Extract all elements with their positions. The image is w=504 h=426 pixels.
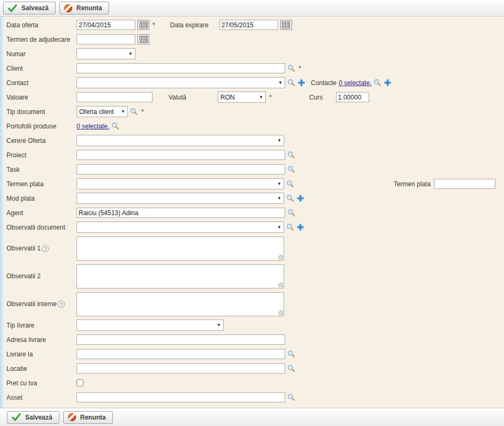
chevron-down-icon: ▼ xyxy=(128,51,133,56)
save-button[interactable]: Salvează xyxy=(3,2,56,14)
offer-form: Data oferta * Data expirare Termen de ad… xyxy=(0,17,504,405)
row-asset: Asset xyxy=(0,390,504,405)
observatii-2-textarea[interactable] xyxy=(77,264,284,288)
task-input[interactable] xyxy=(77,164,285,174)
search-icon[interactable] xyxy=(287,79,295,87)
resize-handle[interactable] xyxy=(278,283,283,287)
termen-plata-2-input[interactable] xyxy=(434,179,495,189)
search-icon[interactable] xyxy=(286,180,294,188)
search-icon[interactable] xyxy=(130,108,138,116)
client-input[interactable] xyxy=(77,63,285,73)
calendar-icon[interactable] xyxy=(138,34,149,44)
data-oferta-input[interactable] xyxy=(77,20,135,30)
contact-label: Contact xyxy=(6,79,77,87)
resize-handle[interactable] xyxy=(278,255,283,260)
calendar-icon[interactable] xyxy=(138,20,149,30)
row-observatii-interne: Observatii interne? xyxy=(0,290,504,318)
tip-document-select[interactable]: Oferta client ▼ xyxy=(77,106,128,117)
row-data-oferta: Data oferta * Data expirare xyxy=(0,18,504,32)
valoare-label: Valoare xyxy=(6,94,77,101)
asset-input[interactable] xyxy=(77,392,285,402)
search-icon[interactable] xyxy=(287,64,295,72)
tip-document-select-value: Oferta client xyxy=(79,108,114,116)
row-portofolii-produse: Portofolii produse 0 selectate. xyxy=(0,119,504,133)
row-pret-cu-tva: Pret cu tva xyxy=(0,376,504,390)
search-icon[interactable] xyxy=(287,393,295,401)
save-button-label: Salvează xyxy=(21,4,49,12)
row-observatii-document: Observatii document ▼ xyxy=(0,220,504,234)
livrare-la-input[interactable] xyxy=(77,349,285,359)
tip-livrare-select[interactable]: ▼ xyxy=(77,320,224,331)
cancel-button[interactable]: Renunta xyxy=(63,411,113,424)
valoare-input[interactable] xyxy=(77,92,152,102)
search-icon[interactable] xyxy=(111,122,119,130)
observatii-document-label: Observatii document xyxy=(6,224,77,231)
row-valoare: Valoare Valută RON ▼ * Curs xyxy=(0,90,504,104)
observatii-1-textarea[interactable] xyxy=(77,237,284,261)
agent-label: Agent xyxy=(6,209,77,217)
required-marker: * xyxy=(152,21,155,29)
locatie-input[interactable] xyxy=(77,363,285,374)
numar-select[interactable]: ▼ xyxy=(77,48,135,59)
agent-input[interactable] xyxy=(77,208,285,218)
search-icon[interactable] xyxy=(287,364,295,372)
task-label: Task xyxy=(6,166,77,173)
cerere-oferta-select[interactable]: ▼ xyxy=(77,135,284,146)
search-icon[interactable] xyxy=(287,350,295,358)
search-icon[interactable] xyxy=(373,79,381,87)
valuta-label: Valută xyxy=(169,94,216,101)
plus-icon[interactable] xyxy=(384,79,392,87)
row-termen-plata: Termen plata ▼ Termen plata xyxy=(0,177,504,191)
row-locatie: Locatie xyxy=(0,361,504,376)
chevron-down-icon: ▼ xyxy=(277,138,281,143)
plus-icon[interactable] xyxy=(296,194,304,202)
adresa-livrare-input[interactable] xyxy=(77,334,285,345)
search-icon[interactable] xyxy=(286,194,294,202)
resize-handle[interactable] xyxy=(278,310,283,315)
chevron-down-icon: ▼ xyxy=(259,95,263,100)
curs-label: Curs xyxy=(309,94,336,101)
contact-select[interactable]: ▼ xyxy=(77,77,285,88)
cancel-button-label: Renunta xyxy=(80,414,106,421)
row-tip-document: Tip document Oferta client ▼ * xyxy=(0,104,504,119)
check-icon xyxy=(8,4,17,12)
termen-plata-select[interactable]: ▼ xyxy=(77,178,284,189)
portofolii-selected-link[interactable]: 0 selectate. xyxy=(77,123,109,130)
adresa-livrare-label: Adresa livrare xyxy=(6,336,77,344)
chevron-down-icon: ▼ xyxy=(277,181,281,186)
help-icon: ? xyxy=(58,301,65,308)
proiect-label: Proiect xyxy=(6,151,77,159)
observatii-interne-textarea[interactable] xyxy=(77,292,284,316)
mod-plata-select[interactable]: ▼ xyxy=(77,193,284,204)
termen-plata-label: Termen plata xyxy=(6,180,77,188)
cancel-button-label: Renunta xyxy=(77,4,102,12)
pret-cu-tva-checkbox[interactable] xyxy=(77,379,83,386)
chevron-down-icon: ▼ xyxy=(217,323,221,328)
search-icon[interactable] xyxy=(287,209,295,217)
valuta-select[interactable]: RON ▼ xyxy=(218,92,266,103)
row-contact: Contact ▼ Contacte 0 selectate. xyxy=(0,75,504,90)
locatie-label: Locatie xyxy=(6,365,77,372)
plus-icon[interactable] xyxy=(297,79,306,87)
cancel-button[interactable]: Renunta xyxy=(59,2,109,14)
search-icon[interactable] xyxy=(287,165,295,173)
top-toolbar: Salvează Renunta xyxy=(0,0,504,17)
required-marker: * xyxy=(299,65,301,72)
search-icon[interactable] xyxy=(286,223,294,231)
save-button[interactable]: Salvează xyxy=(7,411,59,424)
termen-adjudecare-input[interactable] xyxy=(77,34,135,44)
proiect-input[interactable] xyxy=(77,150,285,160)
calendar-icon[interactable] xyxy=(280,20,292,30)
data-expirare-input[interactable] xyxy=(219,20,278,30)
data-oferta-label: Data oferta xyxy=(6,21,77,29)
contacte-selected-link[interactable]: 0 selectate. xyxy=(339,79,371,87)
observatii-2-label: Observatii 2 xyxy=(6,272,77,280)
search-icon[interactable] xyxy=(287,151,295,159)
plus-icon[interactable] xyxy=(296,223,304,231)
save-button-label: Salvează xyxy=(25,414,52,421)
row-proiect: Proiect xyxy=(0,148,504,162)
observatii-document-select[interactable]: ▼ xyxy=(77,222,284,233)
row-tip-livrare: Tip livrare ▼ xyxy=(0,318,504,332)
curs-input[interactable] xyxy=(336,92,369,102)
observatii-interne-label: Observatii interne? xyxy=(6,300,77,308)
